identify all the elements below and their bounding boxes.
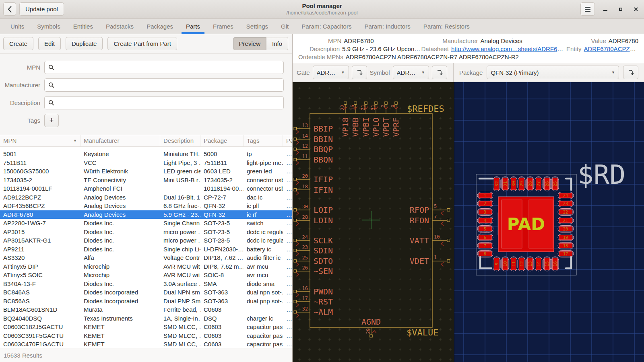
table-row[interactable]: C0603C182J5GACTUKEMETSMD MLCC, …C0603cap…: [0, 323, 292, 331]
tab-symbols[interactable]: Symbols: [33, 19, 65, 34]
table-row[interactable]: ATtinyx5 SOICMicrochipAVR MCU wit…SOIC-8…: [0, 271, 292, 280]
create-button[interactable]: Create: [3, 37, 33, 50]
table-row[interactable]: 1734035-2TE ConnectivityMini USB-B r…173…: [0, 176, 292, 185]
symbol-canvas[interactable]: $REFDES$VALUE13BBIP14BBIN12BBQP11BBQN20I…: [293, 82, 454, 362]
svg-text:BBIN: BBIN: [314, 134, 333, 144]
preview-toggle-button[interactable]: Preview: [233, 37, 266, 50]
table-row-clipped[interactable]: [0, 147, 292, 150]
column-header-description[interactable]: Description: [160, 135, 200, 146]
description-search-entry[interactable]: [44, 96, 284, 109]
open-symbol-editor-button[interactable]: [432, 66, 447, 79]
table-row[interactable]: C0603C391F5GACTUKEMETSMD MLCC, …C0603cap…: [0, 331, 292, 340]
entity-link[interactable]: ADRF6780ACPZN-R7: [584, 45, 638, 52]
table-row[interactable]: ADRF6780Analog Devices5.9 GHz - 23.…QFN-…: [0, 210, 292, 219]
tab-entities[interactable]: Entities: [69, 19, 97, 34]
column-header-tags[interactable]: Tags: [244, 135, 283, 146]
maximize-button[interactable]: [616, 4, 625, 14]
svg-text:$REFDES: $REFDES: [407, 104, 444, 114]
minimize-button[interactable]: [601, 4, 610, 14]
hamburger-icon: [584, 6, 591, 12]
goto-symbol-button[interactable]: [352, 66, 367, 79]
table-row[interactable]: AS3320AlfaVoltage Contr…DIP18, 7.62 …aud…: [0, 253, 292, 262]
table-row[interactable]: AP3015Diodes Inc.micro power …SOT-23-5dc…: [0, 228, 292, 237]
svg-text:BBQN: BBQN: [314, 155, 333, 165]
search-icon: [48, 64, 54, 70]
svg-text:20: 20: [302, 173, 308, 179]
datasheet-link[interactable]: http://www.analog.com…sheets/ADRF6780.pd…: [451, 45, 566, 52]
column-header-path[interactable]: Path: [283, 135, 292, 146]
table-row[interactable]: BC846ASDiodes IncorporatedDual NPN sm…SO…: [0, 288, 292, 297]
svg-text:28: 28: [302, 214, 308, 220]
svg-text:11: 11: [511, 261, 516, 266]
table-row[interactable]: ADF4356BCPZAnalog Devices6.8 GHz frac-…Q…: [0, 202, 292, 210]
close-button[interactable]: [631, 4, 641, 14]
tab-param-inductors[interactable]: Param: Inductors: [360, 19, 415, 34]
search-filters: MPN Manufacturer Description: [0, 53, 292, 135]
table-row[interactable]: AD9122BCPZAnalog DevicesDual 16-Bit, 1…C…: [0, 193, 292, 202]
table-row[interactable]: BLM18AG601SN1DMurataFerrite bead, …C0603…: [0, 305, 292, 314]
table-row[interactable]: 7511B11VCCLight Pipe, 3 …7511B11light-pi…: [0, 158, 292, 167]
svg-text:10: 10: [434, 234, 440, 240]
tab-param-resistors[interactable]: Param: Resistors: [419, 19, 474, 34]
menu-button[interactable]: [580, 2, 595, 16]
svg-text:27: 27: [536, 181, 541, 186]
svg-text:BBIP: BBIP: [314, 124, 333, 134]
table-row[interactable]: 10118194-0001LFAmphenol FCI10118194-00…c…: [0, 184, 292, 193]
package-combobox[interactable]: QFN-32 (Primary) ▼: [487, 66, 619, 79]
svg-text:VPRF: VPRF: [391, 117, 401, 137]
table-row[interactable]: 150060GS75000Würth ElektronikLED green c…: [0, 167, 292, 176]
svg-text:8: 8: [484, 251, 486, 256]
svg-text:SDTO: SDTO: [314, 256, 333, 266]
table-row[interactable]: AP9211Diodes Inc.Single chip Li-…U-DFN20…: [0, 245, 292, 254]
tab-padstacks[interactable]: Padstacks: [101, 19, 138, 34]
svg-text:11: 11: [302, 154, 308, 159]
table-row[interactable]: AP3015AKTR-G1Diodes Inc.micro power …SOT…: [0, 236, 292, 245]
symbol-combobox[interactable]: ADRF67… ▼: [393, 66, 429, 79]
update-pool-button[interactable]: Update pool: [19, 2, 64, 16]
preview-selectors: Gate ADRF67… ▼ Symbol ADRF67… ▼: [293, 63, 644, 82]
tab-frames[interactable]: Frames: [208, 19, 238, 34]
symbol-drawing: $REFDES$VALUE13BBIP14BBIN12BBQP11BBQN20I…: [293, 82, 454, 362]
footprint-canvas[interactable]: $RD3231302928272625910111213141516123456…: [454, 82, 644, 362]
table-row[interactable]: BQ24040DSQTexas Instruments1A, Single-In…: [0, 314, 292, 323]
create-part-from-part-button[interactable]: Create Part from Part: [107, 37, 177, 50]
tab-git[interactable]: Git: [277, 19, 293, 34]
edit-button[interactable]: Edit: [38, 37, 61, 50]
svg-text:30: 30: [302, 204, 308, 210]
search-icon: [48, 100, 54, 106]
info-toggle-button[interactable]: Info: [266, 37, 288, 50]
table-row[interactable]: B340A-13-FDiodes Inc.3.0A surface …SMAdi…: [0, 280, 292, 288]
tab-packages[interactable]: Packages: [142, 19, 178, 34]
svg-text:28: 28: [528, 181, 533, 186]
table-row[interactable]: ATtinyx5 DIPMicrochipAVR MCU wit…DIP8, 7…: [0, 262, 292, 271]
gate-combobox[interactable]: ADRF67… ▼: [313, 66, 349, 79]
column-header-package[interactable]: Package: [200, 135, 244, 146]
tab-parts[interactable]: Parts: [182, 19, 204, 34]
table-row[interactable]: C0603C470F1GACTUKEMETSMD MLCC, …C0603cap…: [0, 340, 292, 348]
svg-text:13: 13: [528, 261, 533, 266]
mpn-search-input[interactable]: [58, 64, 280, 71]
svg-text:31: 31: [370, 105, 376, 110]
svg-text:23: 23: [302, 245, 308, 250]
column-header-manufacturer[interactable]: Manufacturer: [80, 135, 160, 146]
table-row[interactable]: BC856ASDiodes IncorporatedDual PNP Sm…SO…: [0, 297, 292, 306]
tab-units[interactable]: Units: [6, 19, 29, 34]
manufacturer-search-input[interactable]: [58, 82, 280, 88]
svg-text:25: 25: [553, 181, 558, 186]
back-button[interactable]: [3, 2, 16, 16]
table-row[interactable]: AP2280-1WG-7Diodes Inc.Single Chann…SOT-…: [0, 219, 292, 228]
duplicate-button[interactable]: Duplicate: [66, 37, 103, 50]
open-package-editor-button[interactable]: [623, 66, 638, 79]
svg-text:$VALUE: $VALUE: [407, 327, 438, 337]
table-row[interactable]: 5001KeystoneMiniature TH…5000tp…json: [0, 150, 292, 158]
mpn-search-entry[interactable]: [44, 61, 284, 74]
footprint-drawing: $RD3231302928272625910111213141516123456…: [454, 82, 644, 362]
add-tag-button[interactable]: +: [44, 114, 59, 127]
tab-param-capacitors[interactable]: Param: Capacitors: [297, 19, 356, 34]
svg-text:BBQP: BBQP: [314, 144, 333, 154]
column-header-mpn[interactable]: MPN▼: [0, 135, 80, 146]
description-search-input[interactable]: [58, 99, 280, 106]
tab-settings[interactable]: Settings: [242, 19, 272, 34]
manufacturer-search-entry[interactable]: [44, 78, 284, 92]
svg-text:VDET: VDET: [410, 256, 429, 266]
